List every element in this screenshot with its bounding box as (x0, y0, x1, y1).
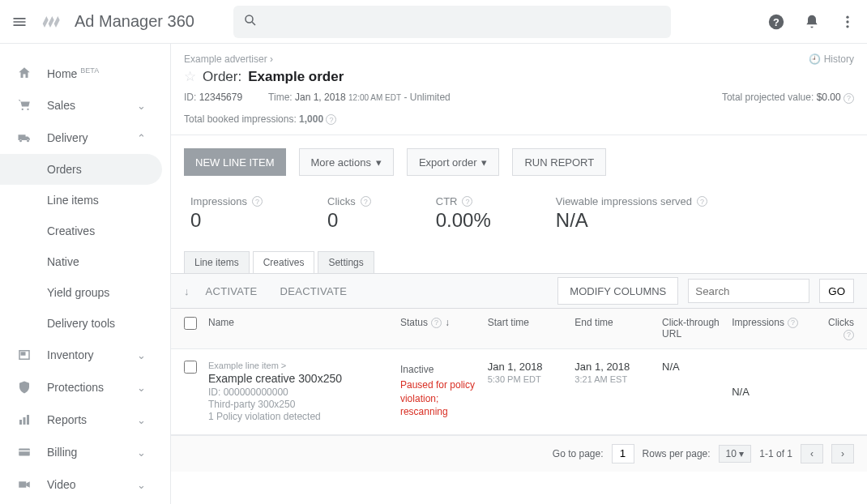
row-impressions: N/A (732, 386, 750, 398)
hamburger-icon[interactable] (10, 12, 29, 32)
col-status-label: Status (400, 317, 428, 328)
col-status[interactable]: Status?↓ (400, 317, 488, 328)
rows-label: Rows per page: (643, 448, 711, 459)
help-icon[interactable]: ? (326, 114, 336, 125)
notifications-icon[interactable] (802, 12, 822, 32)
sidebar-item-video[interactable]: Video ⌄ (0, 468, 162, 501)
sidebar-item-yield-groups[interactable]: Yield groups (0, 277, 162, 308)
page-input[interactable] (612, 444, 634, 463)
prev-page-button[interactable]: ‹ (801, 444, 823, 463)
go-button[interactable]: GO (819, 279, 854, 303)
paginator: Go to page: Rows per page: 10 ▾ 1-1 of 1… (171, 435, 867, 472)
order-prefix: Order: (203, 69, 241, 85)
help-icon[interactable]: ? (462, 196, 472, 207)
svg-rect-8 (19, 420, 22, 425)
sidebar-item-delivery[interactable]: Delivery ⌃ (0, 122, 162, 154)
svg-rect-13 (19, 481, 26, 488)
modify-columns-button[interactable]: MODIFY COLUMNS (557, 277, 678, 305)
help-icon[interactable]: ? (697, 196, 707, 207)
breadcrumb[interactable]: Example advertiser (184, 53, 267, 65)
svg-point-5 (846, 25, 848, 28)
export-order-button[interactable]: Export order ▾ (407, 148, 500, 176)
col-url[interactable]: Click-through URL (662, 317, 732, 340)
chevron-down-icon: ⌄ (137, 100, 146, 112)
chevron-down-icon: ⌄ (137, 479, 146, 491)
help-icon[interactable]: ? (431, 318, 442, 328)
tabs: Line items Creatives Settings (171, 251, 867, 273)
id-label: ID: (184, 92, 196, 103)
row-status-detail: Paused for policy violation; rescanning (400, 378, 488, 419)
sidebar-item-label: Billing (47, 446, 122, 459)
sidebar-item-reports[interactable]: Reports ⌄ (0, 404, 162, 436)
sidebar-item-label: Protections (47, 381, 122, 394)
app-logo-icon (39, 11, 62, 33)
sort-indicator-icon[interactable]: ↓ (184, 285, 190, 297)
col-end[interactable]: End time (574, 317, 662, 328)
caret-down-icon: ▾ (376, 156, 382, 169)
activate-button[interactable]: ACTIVATE (199, 285, 264, 297)
select-all-checkbox[interactable] (184, 317, 197, 330)
col-impressions[interactable]: Impressions? (732, 317, 810, 328)
tab-line-items[interactable]: Line items (184, 251, 250, 273)
rows-value: 10 (726, 448, 737, 459)
sidebar-item-home[interactable]: HomeBETA (0, 57, 162, 89)
deactivate-button[interactable]: DEACTIVATE (274, 285, 354, 297)
sidebar-item-native[interactable]: Native (0, 246, 162, 277)
stat-value: 0 (190, 209, 263, 232)
new-line-item-button[interactable]: NEW LINE ITEM (184, 148, 286, 176)
col-start[interactable]: Start time (488, 317, 575, 328)
row-url: N/A (662, 361, 732, 373)
star-icon[interactable]: ☆ (184, 68, 196, 85)
tab-creatives[interactable]: Creatives (253, 251, 315, 273)
help-icon[interactable]: ? (844, 330, 854, 340)
topbar: Ad Manager 360 ? (0, 0, 867, 44)
help-icon[interactable]: ? (361, 196, 371, 207)
help-icon[interactable]: ? (767, 12, 786, 32)
chevron-up-icon: ⌃ (137, 132, 146, 144)
proj-value: $0.00 (817, 92, 841, 103)
sidebar-item-line-items[interactable]: Line items (0, 185, 162, 216)
row-clicks (810, 361, 854, 423)
help-icon[interactable]: ? (252, 196, 263, 207)
more-vert-icon[interactable] (838, 12, 857, 32)
search-bar[interactable] (233, 6, 671, 38)
next-page-button[interactable]: › (831, 444, 854, 463)
rows-per-page-select[interactable]: 10 ▾ (719, 445, 752, 463)
proj-label: Total projected value: (722, 92, 814, 103)
range-label: 1-1 of 1 (759, 448, 792, 459)
action-bar: NEW LINE ITEM More actions ▾ Export orde… (171, 135, 867, 189)
help-icon[interactable]: ? (844, 93, 854, 104)
cart-icon (16, 97, 32, 113)
sidebar-item-inventory[interactable]: Inventory ⌄ (0, 339, 162, 371)
col-clicks[interactable]: Clicks? (810, 317, 854, 340)
search-input[interactable] (264, 15, 661, 28)
table-search-input[interactable] (688, 279, 809, 303)
run-report-button[interactable]: RUN REPORT (512, 148, 606, 176)
history-link[interactable]: 🕘History (809, 53, 854, 65)
help-icon[interactable]: ? (788, 318, 798, 328)
sidebar-item-protections[interactable]: Protections ⌄ (0, 371, 162, 404)
stat-ctr: CTR?0.00% (436, 195, 491, 232)
sidebar-item-creatives[interactable]: Creatives (0, 216, 162, 246)
sidebar-item-label: Delivery tools (47, 317, 146, 330)
table-header: Name Status?↓ Start time End time Click-… (171, 309, 867, 349)
stat-value: 0 (327, 209, 371, 232)
stat-viewable: Viewable impressions served?N/A (556, 195, 707, 232)
sidebar-item-sales[interactable]: Sales ⌄ (0, 89, 162, 122)
svg-rect-7 (21, 352, 25, 355)
order-name: Example order (248, 69, 344, 85)
row-checkbox[interactable] (184, 361, 197, 374)
more-actions-button[interactable]: More actions ▾ (299, 148, 394, 176)
booked-value: 1,000 (299, 113, 323, 125)
table-row[interactable]: Example line item > Example creative 300… (171, 349, 867, 435)
sidebar-item-delivery-tools[interactable]: Delivery tools (0, 308, 162, 339)
sidebar-item-billing[interactable]: Billing ⌄ (0, 436, 162, 468)
col-name[interactable]: Name (208, 317, 400, 328)
sidebar-item-label: Delivery (47, 131, 122, 144)
search-icon (243, 13, 258, 30)
tab-settings[interactable]: Settings (318, 251, 374, 273)
export-label: Export order (419, 156, 477, 169)
row-status: Inactive (400, 364, 488, 375)
chevron-down-icon: ⌄ (137, 349, 146, 361)
sidebar-item-orders[interactable]: Orders (0, 154, 162, 185)
